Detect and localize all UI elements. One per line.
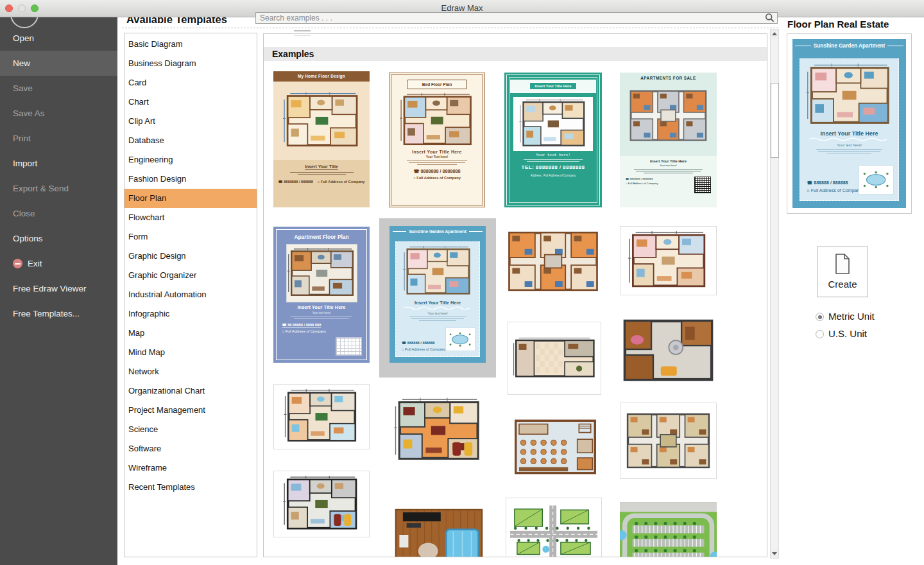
template-thumbnail-my-home-floor-design[interactable]: My Home Floor DesignInsert Your Title888… — [273, 71, 370, 207]
category-item-card[interactable]: Card — [124, 73, 257, 92]
radio-metric-unit[interactable]: Metric Unit — [816, 311, 875, 322]
thumbnail-subtitle: Your Text here! — [389, 155, 484, 159]
sidebar-item-options[interactable]: Options — [0, 226, 117, 251]
poster-sunshine-garden: Sunshine Garden ApartmentInsert Your Tit… — [792, 39, 906, 208]
category-item-engineering[interactable]: Engineering — [124, 150, 257, 170]
sidebar-item-export-send[interactable]: Export & Send — [0, 176, 117, 201]
thumbnail-subtitle: Your text here! — [504, 153, 602, 157]
category-item-wireframe[interactable]: Wireframe — [124, 458, 257, 478]
template-thumbnail-insert-your-title-here[interactable]: Insert Your Title HereYour text here!TEL… — [504, 73, 602, 207]
thumbnail-insert-title: Insert Your Title Here — [389, 150, 484, 154]
category-item-database[interactable]: Database — [124, 131, 257, 150]
placeholder-text-lines — [515, 159, 592, 162]
radio-button-icon[interactable] — [816, 313, 824, 321]
template-thumbnail-t8[interactable] — [620, 226, 717, 295]
template-thumbnail-sunshine-garden-apartment[interactable]: Sunshine Garden ApartmentInsert Your Tit… — [389, 226, 486, 363]
thumbnail-address: Full Address of Company — [626, 182, 658, 185]
template-thumbnail-t15[interactable] — [620, 403, 717, 479]
template-thumbnail-t16[interactable] — [394, 501, 484, 557]
category-item-map[interactable]: Map — [124, 324, 257, 343]
vertical-scrollbar[interactable] — [770, 29, 779, 559]
sidebar-item-save-as[interactable]: Save As — [0, 101, 117, 126]
sidebar-item-close[interactable]: Close — [0, 201, 117, 226]
sidebar-item-save[interactable]: Save — [0, 76, 117, 101]
category-item-industrial-automation[interactable]: Industrial Automation — [124, 285, 257, 304]
category-item-recent-templates[interactable]: Recent Templates — [124, 478, 257, 497]
mini-plan-inset — [336, 337, 362, 356]
community-map-inset — [859, 165, 893, 195]
template-thumbnail-t17[interactable] — [506, 498, 602, 557]
category-item-floor-plan[interactable]: Floor Plan — [124, 189, 257, 208]
template-thumbnail-t12[interactable] — [621, 308, 715, 392]
sidebar-item-exit[interactable]: Exit — [0, 251, 117, 276]
sidebar-item-label: Export & Send — [13, 184, 69, 193]
template-thumbnail-t13[interactable] — [273, 471, 370, 537]
thumbnail-phone: 88 88888 / 8888 888 — [282, 323, 321, 327]
sidebar-item-new[interactable]: New — [0, 51, 117, 76]
header-divider — [122, 28, 778, 28]
radio-u-s-unit[interactable]: U.S. Unit — [816, 328, 867, 339]
template-thumbnail-t11[interactable] — [508, 322, 601, 395]
sidebar-item-label: Save As — [13, 109, 45, 118]
create-button[interactable]: Create — [817, 247, 868, 297]
template-preview-image: Sunshine Garden ApartmentInsert Your Tit… — [792, 39, 906, 208]
template-thumbnail-t10[interactable] — [393, 388, 483, 473]
thumbnail-phone: 8888888 / 888888 — [278, 180, 314, 184]
template-thumbnail-t18[interactable] — [620, 498, 717, 557]
window-title: Edraw Max — [0, 3, 924, 13]
category-item-fashion-design[interactable]: Fashion Design — [124, 170, 257, 189]
scroll-down-arrow-icon[interactable] — [771, 549, 778, 558]
category-item-chart[interactable]: Chart — [124, 92, 257, 112]
category-item-project-management[interactable]: Project Management — [124, 401, 257, 420]
category-item-network[interactable]: Network — [124, 362, 257, 381]
thumbnail-title: Sunshine Garden Apartment — [792, 43, 906, 49]
category-item-graphic-organizer[interactable]: Graphic Organizer — [124, 266, 257, 285]
floorplan-graphic — [394, 501, 484, 557]
template-thumbnail-t14[interactable] — [511, 417, 600, 476]
scrollbar-thumb[interactable] — [771, 83, 779, 158]
template-thumbnail-apartments-for-sale[interactable]: APARTMENTS FOR SALEInsert Your Title Her… — [620, 73, 717, 207]
thumbnail-address: Full Address of Company — [389, 176, 484, 180]
sidebar-item-label: Free Templates... — [13, 309, 80, 318]
scroll-up-arrow-icon[interactable] — [771, 30, 778, 39]
template-thumbnail-t7[interactable] — [506, 227, 601, 296]
category-item-science[interactable]: Science — [124, 420, 257, 439]
category-item-organizational-chart[interactable]: Organizational Chart — [124, 381, 257, 401]
template-thumbnail-apartment-floor-plan[interactable]: Apartment Floor PlanInsert Your Title He… — [273, 227, 370, 363]
sidebar-item-open[interactable]: Open — [0, 26, 117, 51]
floorplan-graphic — [282, 85, 361, 156]
search-icon[interactable] — [765, 13, 774, 22]
sidebar-item-label: Open — [13, 33, 34, 43]
thumbnail-title: Sunshine Garden Apartment — [389, 229, 486, 234]
category-item-flowchart[interactable]: Flowchart — [124, 208, 257, 227]
search-input[interactable] — [255, 12, 778, 24]
sidebar-item-label: Options — [13, 234, 43, 243]
thumbnail-title: Apartment Floor Plan — [273, 234, 370, 240]
edraw-max-window: Edraw Max OpenNewSaveSave AsPrintImportE… — [0, 0, 924, 565]
floorplan-graphic — [515, 98, 592, 150]
category-item-basic-diagram[interactable]: Basic Diagram — [124, 35, 257, 54]
radio-button-icon[interactable] — [816, 330, 824, 338]
thumbnail-address: Full Address of Company — [402, 347, 446, 351]
sidebar-item-free-templates[interactable]: Free Templates... — [0, 301, 117, 326]
thumbnail-phone: 8888888 / 8888888 — [389, 168, 484, 174]
thumbnail-title: Insert Your Title Here — [529, 82, 578, 90]
category-item-mind-map[interactable]: Mind Map — [124, 343, 257, 362]
category-item-software[interactable]: Software — [124, 439, 257, 458]
category-item-form[interactable]: Form — [124, 227, 257, 247]
sidebar-item-print[interactable]: Print — [0, 126, 117, 151]
floorplan-graphic — [511, 417, 600, 476]
create-button-label: Create — [817, 279, 868, 290]
template-thumbnail-t9[interactable] — [273, 384, 370, 449]
sidebar-item-free-edraw-viewer[interactable]: Free Edraw Viewer — [0, 276, 117, 301]
category-item-business-diagram[interactable]: Business Diagram — [124, 54, 257, 73]
category-item-graphic-design[interactable]: Graphic Design — [124, 247, 257, 266]
sidebar-item-label: New — [13, 58, 30, 68]
category-item-infographic[interactable]: Infographic — [124, 304, 257, 324]
sidebar-item-label: Exit — [28, 259, 42, 268]
sidebar-item-import[interactable]: Import — [0, 151, 117, 176]
floorplan-graphic — [399, 245, 477, 298]
template-thumbnail-bed-floor-plan[interactable]: Bed Floor PlanInsert Your Title HereYour… — [389, 73, 485, 207]
thumbnail-address: Full Address of Company — [318, 180, 365, 184]
category-item-clip-art[interactable]: Clip Art — [124, 112, 257, 131]
